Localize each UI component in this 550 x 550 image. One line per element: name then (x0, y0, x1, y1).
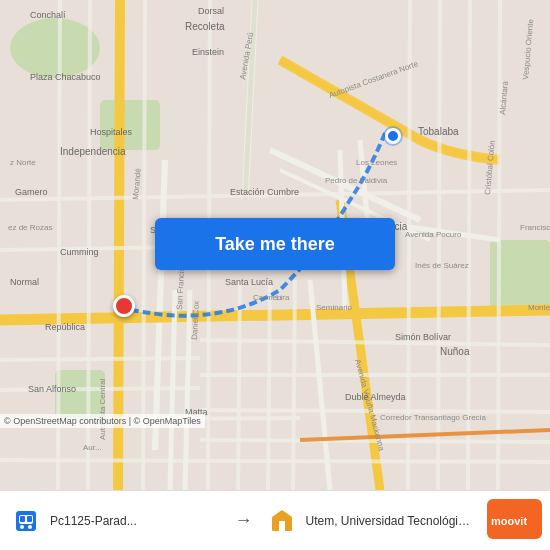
origin-text: Pc1125-Parad... (50, 514, 137, 528)
destination-text: Utem, Universidad Tecnológica ... (306, 514, 476, 528)
svg-rect-92 (20, 516, 25, 522)
svg-line-37 (268, 280, 270, 490)
footer-destination: Utem, Universidad Tecnológica ... (256, 507, 488, 535)
svg-line-38 (293, 280, 295, 490)
svg-text:ez de Rozas: ez de Rozas (8, 223, 52, 232)
svg-text:República: República (45, 322, 85, 332)
svg-text:Hospitales: Hospitales (90, 127, 133, 137)
svg-rect-98 (279, 521, 285, 531)
svg-point-1 (10, 18, 100, 78)
svg-text:Avenida Pocuro: Avenida Pocuro (405, 230, 462, 239)
svg-text:Lira: Lira (276, 293, 290, 302)
svg-text:Seminario: Seminario (316, 303, 353, 312)
svg-text:moovit: moovit (491, 515, 527, 527)
svg-text:Aur...: Aur... (83, 443, 102, 452)
map-container: Recoleta Independencia Providencia Estac… (0, 0, 550, 490)
svg-text:Estación Cumbre: Estación Cumbre (230, 187, 299, 197)
svg-rect-2 (100, 100, 160, 150)
svg-text:Autopista Central: Autopista Central (98, 378, 107, 440)
svg-text:Tobalaba: Tobalaba (418, 126, 459, 137)
svg-marker-97 (272, 510, 292, 517)
svg-text:Cumming: Cumming (60, 247, 99, 257)
take-me-there-button[interactable]: Take me there (155, 218, 395, 270)
svg-text:Plaza Chacabuco: Plaza Chacabuco (30, 72, 101, 82)
svg-text:Normal: Normal (10, 277, 39, 287)
svg-text:Simón Bolívar: Simón Bolívar (395, 332, 451, 342)
svg-text:Dublé Almeyda: Dublé Almeyda (345, 392, 406, 402)
svg-text:San Alfonso: San Alfonso (28, 384, 76, 394)
moovit-logo: moovit (487, 499, 550, 543)
svg-text:z Norte: z Norte (10, 158, 36, 167)
map-attribution: © OpenStreetMap contributors | © OpenMap… (0, 414, 205, 428)
arrow-icon: → (232, 509, 256, 533)
svg-text:Corredor Transantiago Grecia: Corredor Transantiago Grecia (380, 413, 486, 422)
origin-location-dot (385, 128, 401, 144)
svg-text:Monte...: Monte... (528, 303, 550, 312)
svg-text:Pedro de Valdivia: Pedro de Valdivia (325, 176, 388, 185)
svg-text:Recoleta: Recoleta (185, 21, 225, 32)
svg-rect-93 (27, 516, 32, 522)
svg-text:Inés de Suárez: Inés de Suárez (415, 261, 469, 270)
svg-line-24 (0, 358, 200, 360)
svg-point-94 (20, 525, 24, 529)
footer-origin: Pc1125-Parad... (0, 507, 232, 535)
bus-stop-icon (12, 507, 40, 535)
footer-bar: Pc1125-Parad... → Utem, Universidad Tecn… (0, 490, 550, 550)
university-icon (268, 507, 296, 535)
svg-text:Dorsal: Dorsal (198, 6, 224, 16)
svg-text:Santa Lucía: Santa Lucía (225, 277, 273, 287)
svg-point-95 (28, 525, 32, 529)
svg-line-42 (498, 0, 500, 490)
svg-text:Independencia: Independencia (60, 146, 126, 157)
svg-line-36 (238, 280, 240, 490)
svg-text:Los Leones: Los Leones (356, 158, 397, 167)
svg-text:Conchalí: Conchalí (30, 10, 66, 20)
svg-text:Francisco: Francisco (520, 223, 550, 232)
destination-pin (113, 295, 135, 317)
svg-text:Einstein: Einstein (192, 47, 224, 57)
svg-text:Nuñoa: Nuñoa (440, 346, 470, 357)
svg-text:Gamero: Gamero (15, 187, 48, 197)
